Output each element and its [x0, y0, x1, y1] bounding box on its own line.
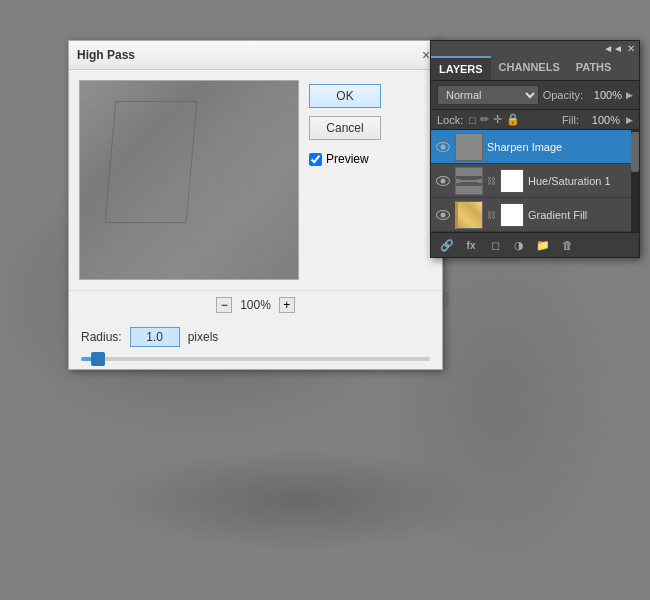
- layer-mask: [500, 169, 524, 193]
- panel-close-button[interactable]: ✕: [627, 43, 635, 54]
- eye-icon: [436, 142, 450, 152]
- lock-all-icon[interactable]: 🔒: [506, 113, 520, 126]
- high-pass-dialog: High Pass × OK Cancel Preview − 100% + R…: [68, 40, 443, 370]
- layer-item[interactable]: ⛓ Hue/Saturation 1: [431, 164, 639, 198]
- scrollbar-track: [631, 130, 639, 232]
- dialog-titlebar: High Pass ×: [69, 41, 442, 70]
- layer-name: Gradient Fill: [528, 209, 635, 221]
- dialog-body: OK Cancel Preview: [69, 70, 442, 290]
- layers-panel: ◄◄ ✕ LAYERS CHANNELS PATHS Normal Opacit…: [430, 40, 640, 258]
- lock-label: Lock:: [437, 114, 463, 126]
- tab-channels[interactable]: CHANNELS: [491, 56, 568, 80]
- layers-list-container: Sharpen Image ⛓ Hue/Saturation 1: [431, 130, 639, 232]
- lock-paint-icon[interactable]: ✏: [480, 113, 489, 126]
- panel-tabs: LAYERS CHANNELS PATHS: [431, 56, 639, 81]
- layer-mask: [500, 203, 524, 227]
- fill-value: 100%: [585, 114, 620, 126]
- radius-input[interactable]: [130, 327, 180, 347]
- lock-icons: □ ✏ ✛ 🔒: [469, 113, 520, 126]
- zoom-value: 100%: [240, 298, 271, 312]
- zoom-in-button[interactable]: +: [279, 297, 295, 313]
- adjustment-icon[interactable]: ◑: [509, 237, 529, 253]
- opacity-value: 100%: [587, 89, 622, 101]
- layer-thumbnail: [455, 167, 483, 195]
- layers-list: Sharpen Image ⛓ Hue/Saturation 1: [431, 130, 639, 232]
- preview-checkbox[interactable]: [309, 153, 322, 166]
- preview-canvas: [80, 81, 298, 279]
- radius-section: Radius: pixels: [69, 319, 442, 357]
- panel-collapse-button[interactable]: ◄◄: [603, 43, 623, 54]
- chain-icon: ⛓: [487, 176, 496, 186]
- opacity-label: Opacity:: [543, 89, 583, 101]
- mask-icon[interactable]: ◻: [485, 237, 505, 253]
- layer-visibility-toggle[interactable]: [435, 139, 451, 155]
- panel-toolbar: 🔗 fx ◻ ◑ 📁 🗑: [431, 232, 639, 257]
- fill-arrow[interactable]: ▶: [626, 115, 633, 125]
- tab-layers[interactable]: LAYERS: [431, 56, 491, 80]
- chain-icon: ⛓: [487, 210, 496, 220]
- layer-item[interactable]: Sharpen Image: [431, 130, 639, 164]
- layer-name: Sharpen Image: [487, 141, 635, 153]
- radius-label: Radius:: [81, 330, 122, 344]
- eye-icon: [436, 176, 450, 186]
- slider-thumb[interactable]: [91, 352, 105, 366]
- ok-button[interactable]: OK: [309, 84, 381, 108]
- preview-checkbox-label: Preview: [309, 152, 381, 166]
- tab-paths[interactable]: PATHS: [568, 56, 620, 80]
- layer-name: Hue/Saturation 1: [528, 175, 635, 187]
- fx-icon[interactable]: fx: [461, 237, 481, 253]
- eye-icon: [436, 210, 450, 220]
- lock-transparency-icon[interactable]: □: [469, 114, 476, 126]
- opacity-arrow[interactable]: ▶: [626, 90, 633, 100]
- blend-mode-select[interactable]: Normal: [437, 85, 539, 105]
- layer-item[interactable]: ⛓ Gradient Fill: [431, 198, 639, 232]
- preview-area: [79, 80, 299, 280]
- radius-slider-row: [69, 357, 442, 369]
- delete-layer-icon[interactable]: 🗑: [557, 237, 577, 253]
- zoom-controls: − 100% +: [69, 290, 442, 319]
- layer-visibility-toggle[interactable]: [435, 173, 451, 189]
- cancel-button[interactable]: Cancel: [309, 116, 381, 140]
- panel-topbar: ◄◄ ✕: [431, 41, 639, 56]
- blend-row: Normal Opacity: 100% ▶: [431, 81, 639, 110]
- fill-label: Fill:: [562, 114, 579, 126]
- layer-visibility-toggle[interactable]: [435, 207, 451, 223]
- preview-label: Preview: [326, 152, 369, 166]
- folder-icon[interactable]: 📁: [533, 237, 553, 253]
- scrollbar-thumb[interactable]: [631, 132, 639, 172]
- layer-thumbnail: [455, 201, 483, 229]
- link-layers-icon[interactable]: 🔗: [437, 237, 457, 253]
- dialog-title: High Pass: [77, 48, 135, 62]
- slider-track: [81, 357, 430, 361]
- lock-move-icon[interactable]: ✛: [493, 113, 502, 126]
- zoom-out-button[interactable]: −: [216, 297, 232, 313]
- dialog-controls: OK Cancel Preview: [309, 80, 381, 280]
- radius-unit: pixels: [188, 330, 219, 344]
- layer-thumbnail: [455, 133, 483, 161]
- lock-row: Lock: □ ✏ ✛ 🔒 Fill: 100% ▶: [431, 110, 639, 130]
